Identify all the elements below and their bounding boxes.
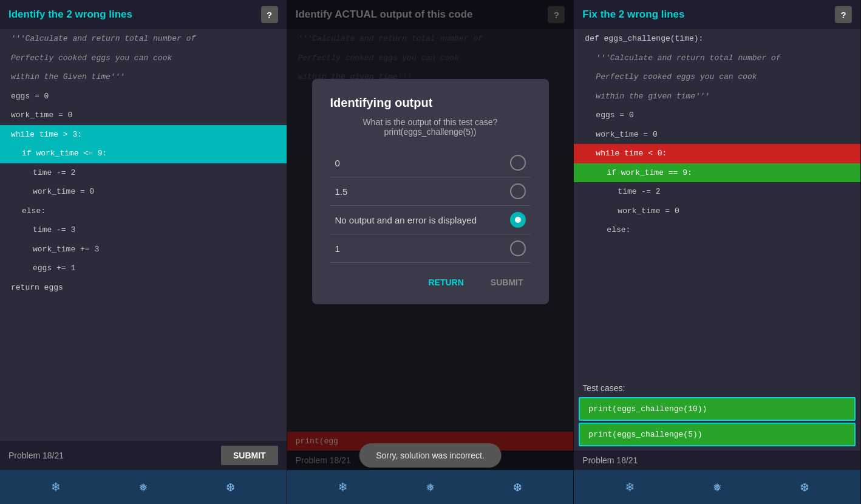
code-line[interactable]: else: — [0, 202, 287, 221]
right-problem-counter: Problem 18/21 — [582, 455, 638, 465]
code-line[interactable]: return eggs — [0, 278, 287, 298]
nav-icon-3[interactable]: ❆ — [226, 479, 234, 495]
code-line[interactable]: time -= 2 — [0, 163, 287, 183]
modal-option-0[interactable]: 0 — [330, 149, 531, 177]
nav-icon-4[interactable]: ❄ — [339, 479, 347, 495]
radio-0[interactable] — [510, 155, 526, 171]
code-line-wrong-2[interactable]: if work_time <= 9: — [0, 144, 287, 163]
right-bottom-nav: ❄ ❅ ❆ — [574, 470, 860, 504]
nav-icon-7[interactable]: ❄ — [626, 479, 634, 495]
left-code-area: '''Calculate and return total number of … — [0, 29, 287, 441]
test-case-2[interactable]: print(eggs_challenge(5)) — [579, 423, 856, 446]
code-line-wrong-1[interactable]: while time > 3: — [0, 125, 287, 145]
modal-option-2[interactable]: No output and an error is displayed — [330, 206, 531, 234]
code-line[interactable]: def eggs_challenge(time): — [574, 29, 860, 49]
right-help-button[interactable]: ? — [835, 6, 852, 23]
modal-question-text: What is the output of this test case? — [330, 117, 531, 127]
option-text-2: No output and an error is displayed — [335, 215, 477, 225]
left-submit-button[interactable]: SUBMIT — [221, 446, 278, 465]
modal-test-call: print(eggs_challenge(5)) — [330, 127, 531, 137]
code-line[interactable]: Perfectly cooked eggs you can cook — [0, 49, 287, 68]
test-case-1[interactable]: print(eggs_challenge(10)) — [579, 397, 856, 421]
right-bottom-bar: Problem 18/21 — [574, 451, 860, 470]
left-panel: Identify the 2 wrong lines ? '''Calculat… — [0, 0, 287, 504]
left-problem-counter: Problem 18/21 — [9, 451, 64, 460]
left-panel-header: Identify the 2 wrong lines ? — [0, 0, 287, 29]
code-line[interactable]: time -= 3 — [0, 220, 287, 240]
option-text-1: 1.5 — [335, 186, 348, 197]
modal-option-1[interactable]: 1.5 — [330, 177, 531, 206]
code-line[interactable]: work_time = 0 — [0, 106, 287, 125]
identifying-output-modal: Identifying output What is the output of… — [312, 79, 549, 304]
right-test-cases-section: Test cases: print(eggs_challenge(10)) pr… — [574, 376, 860, 451]
right-panel-header: Fix the 2 wrong lines ? — [574, 0, 860, 29]
code-line-wrong-while[interactable]: while time < 0: — [574, 144, 860, 163]
code-line[interactable]: time -= 2 — [574, 182, 860, 202]
code-line[interactable]: Perfectly cooked eggs you can cook — [574, 67, 860, 87]
radio-3[interactable] — [510, 240, 526, 256]
right-panel-title: Fix the 2 wrong lines — [582, 9, 684, 21]
code-line[interactable]: within the given time''' — [574, 87, 860, 106]
nav-icon-6[interactable]: ❆ — [514, 479, 522, 495]
code-line[interactable]: work_time = 0 — [0, 182, 287, 202]
code-line[interactable]: eggs = 0 — [0, 87, 287, 106]
code-line[interactable]: work_time = 0 — [574, 202, 860, 221]
error-toast: Sorry, solution was incorrect. — [359, 443, 502, 468]
nav-icon-2[interactable]: ❅ — [139, 479, 147, 495]
code-line[interactable]: work_time += 3 — [0, 240, 287, 259]
left-panel-title: Identify the 2 wrong lines — [9, 9, 132, 21]
modal-option-3[interactable]: 1 — [330, 234, 531, 263]
code-line[interactable]: work_time = 0 — [574, 125, 860, 145]
code-line[interactable]: eggs = 0 — [574, 106, 860, 125]
nav-icon-9[interactable]: ❆ — [800, 479, 808, 495]
code-line[interactable]: else: — [574, 220, 860, 240]
middle-bottom-nav: ❄ ❅ ❆ — [287, 470, 574, 504]
option-text-3: 1 — [335, 243, 340, 254]
code-line[interactable]: within the Given time''' — [0, 67, 287, 87]
code-line[interactable]: eggs += 1 — [0, 259, 287, 278]
modal-title: Identifying output — [330, 96, 531, 110]
left-bottom-bar: Problem 18/21 SUBMIT — [0, 441, 287, 470]
nav-icon-8[interactable]: ❅ — [713, 479, 721, 495]
modal-question: What is the output of this test case? pr… — [330, 117, 531, 137]
right-code-area: def eggs_challenge(time): '''Calculate a… — [574, 29, 860, 376]
radio-2-selected[interactable] — [510, 212, 526, 228]
left-help-button[interactable]: ? — [261, 6, 278, 23]
test-cases-label: Test cases: — [574, 378, 860, 395]
option-text-0: 0 — [335, 158, 340, 168]
nav-icon-5[interactable]: ❅ — [426, 479, 434, 495]
radio-1[interactable] — [510, 183, 526, 199]
modal-submit-button[interactable]: SUBMIT — [483, 273, 531, 292]
left-bottom-nav: ❄ ❅ ❆ — [0, 470, 287, 504]
code-line[interactable]: '''Calculate and return total number of — [574, 49, 860, 68]
code-line-fixed-if[interactable]: if work_time == 9: — [574, 163, 860, 183]
modal-actions: RETURN SUBMIT — [330, 273, 531, 292]
right-panel: Fix the 2 wrong lines ? def eggs_challen… — [574, 0, 861, 504]
modal-return-button[interactable]: RETURN — [421, 273, 471, 292]
middle-panel: Identify ACTUAL output of this code ? ''… — [287, 0, 574, 504]
nav-icon-1[interactable]: ❄ — [52, 479, 60, 495]
modal-overlay: Identifying output What is the output of… — [287, 0, 574, 470]
code-line[interactable]: '''Calculate and return total number of — [0, 29, 287, 49]
